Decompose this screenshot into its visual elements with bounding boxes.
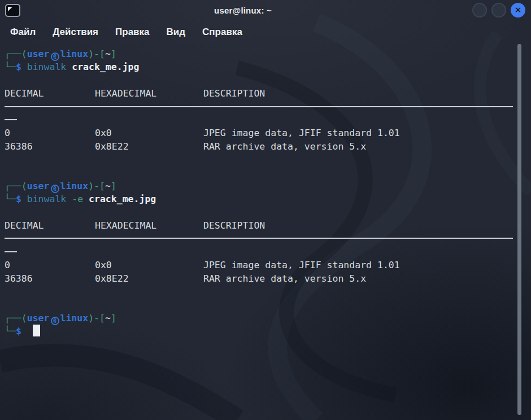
prompt-line-command: └─$ [5, 325, 514, 338]
prompt-frame: └─ [5, 62, 16, 72]
blank-line [5, 74, 514, 87]
prompt-frame: ┌──( [5, 181, 27, 191]
terminal-cursor [33, 325, 40, 336]
terminal-window[interactable]: ┌──(user@linux)-[~]└─$ binwalk crack_me.… [0, 44, 531, 420]
prompt-frame: )-[ [88, 313, 105, 323]
blank-line [5, 153, 514, 166]
blank-line [5, 167, 514, 180]
separator-line [5, 106, 513, 107]
cell-hexadecimal: 0x8E22 [95, 272, 203, 285]
command-argument: crack_me.jpg [72, 62, 139, 72]
blank-line [5, 285, 514, 298]
prompt-cwd: ~ [105, 181, 111, 191]
prompt-frame: ] [111, 181, 116, 191]
prompt-frame: )-[ [88, 181, 105, 191]
binwalk-separator-wrap [5, 113, 514, 126]
command-option: -e [72, 194, 83, 204]
prompt-line-top: ┌──(user@linux)-[~] [5, 312, 514, 325]
kali-at-icon: @ [51, 53, 59, 61]
prompt-frame: ] [111, 313, 116, 323]
menu-item-help[interactable]: Справка [202, 27, 242, 38]
binwalk-separator [5, 100, 514, 113]
kali-at-icon: @ [51, 185, 59, 193]
terminal-content[interactable]: ┌──(user@linux)-[~]└─$ binwalk crack_me.… [0, 44, 531, 338]
binwalk-header-row: DECIMALHEXADECIMALDESCRIPTION [5, 87, 514, 100]
prompt-frame: ┌──( [5, 313, 27, 323]
command-space [83, 194, 89, 204]
title-bar: user@linux: ~ ✕ [0, 0, 531, 20]
cell-hexadecimal: 0x0 [95, 126, 203, 139]
binwalk-separator [5, 232, 514, 245]
menu-item-file[interactable]: Файл [10, 27, 36, 38]
cell-decimal: 36386 [5, 140, 95, 153]
cell-description: JPEG image data, JFIF standard 1.01 [203, 260, 400, 270]
separator-line-fragment [5, 251, 17, 252]
column-header-decimal: DECIMAL [5, 219, 95, 232]
command-command: binwalk [27, 194, 67, 204]
menu-item-edit[interactable]: Правка [115, 27, 149, 38]
scrollbar-thumb[interactable] [517, 44, 521, 415]
cell-hexadecimal: 0x0 [95, 259, 203, 272]
blank-line [5, 298, 514, 311]
prompt-line-top: ┌──(user@linux)-[~] [5, 180, 514, 193]
column-header-hexadecimal: HEXADECIMAL [95, 219, 203, 232]
prompt-frame: ] [111, 49, 116, 59]
cell-decimal: 0 [5, 126, 95, 139]
prompt-hostname: linux [60, 49, 89, 59]
command-command: binwalk [27, 62, 67, 72]
menu-item-actions[interactable]: Действия [53, 27, 98, 38]
prompt-dollar: $ [16, 326, 27, 336]
prompt-line-top: ┌──(user@linux)-[~] [5, 47, 514, 60]
command-argument: crack_me.jpg [89, 194, 156, 204]
binwalk-separator-wrap [5, 246, 514, 259]
column-header-decimal: DECIMAL [5, 87, 95, 100]
column-header-description: DESCRIPTION [203, 88, 265, 99]
binwalk-result-row: 363860x8E22RAR archive data, version 5.x [5, 140, 514, 153]
cell-description: JPEG image data, JFIF standard 1.01 [203, 128, 400, 138]
prompt-cwd: ~ [105, 313, 111, 323]
maximize-button[interactable] [491, 3, 506, 18]
prompt-frame: )-[ [88, 49, 105, 59]
prompt-frame: └─ [5, 194, 16, 204]
cell-decimal: 0 [5, 259, 95, 272]
cell-description: RAR archive data, version 5.x [203, 141, 366, 152]
prompt-line-command: └─$ binwalk -e crack_me.jpg [5, 193, 514, 205]
prompt-dollar: $ [16, 62, 27, 72]
prompt-frame: └─ [5, 326, 16, 336]
minimize-button[interactable] [472, 3, 487, 18]
prompt-hostname: linux [60, 181, 89, 191]
command-space [66, 62, 72, 72]
column-header-hexadecimal: HEXADECIMAL [95, 87, 203, 100]
prompt-username: user [27, 49, 50, 59]
prompt-cwd: ~ [105, 49, 111, 59]
blank-line [5, 206, 514, 219]
prompt-line-command: └─$ binwalk crack_me.jpg [5, 60, 514, 73]
prompt-username: user [27, 313, 50, 323]
binwalk-header-row: DECIMALHEXADECIMALDESCRIPTION [5, 219, 514, 232]
command-space [66, 194, 72, 204]
cell-hexadecimal: 0x8E22 [95, 140, 203, 153]
separator-line [5, 238, 513, 239]
cell-description: RAR archive data, version 5.x [203, 273, 366, 284]
cell-decimal: 36386 [5, 272, 95, 285]
close-button[interactable]: ✕ [511, 3, 525, 18]
menu-item-view[interactable]: Вид [167, 27, 186, 38]
window-controls: ✕ [472, 3, 525, 18]
prompt-dollar: $ [16, 194, 27, 204]
prompt-hostname: linux [60, 313, 89, 323]
prompt-username: user [27, 181, 50, 191]
binwalk-result-row: 363860x8E22RAR archive data, version 5.x [5, 272, 514, 285]
window-title: user@linux: ~ [0, 6, 486, 15]
binwalk-result-row: 00x0JPEG image data, JFIF standard 1.01 [5, 126, 514, 139]
column-header-description: DESCRIPTION [203, 220, 265, 231]
binwalk-result-row: 00x0JPEG image data, JFIF standard 1.01 [5, 259, 514, 272]
menu-bar: ФайлДействияПравкаВидСправка [0, 20, 531, 44]
prompt-frame: ┌──( [5, 49, 27, 59]
separator-line-fragment [5, 119, 17, 120]
kali-at-icon: @ [51, 317, 59, 325]
